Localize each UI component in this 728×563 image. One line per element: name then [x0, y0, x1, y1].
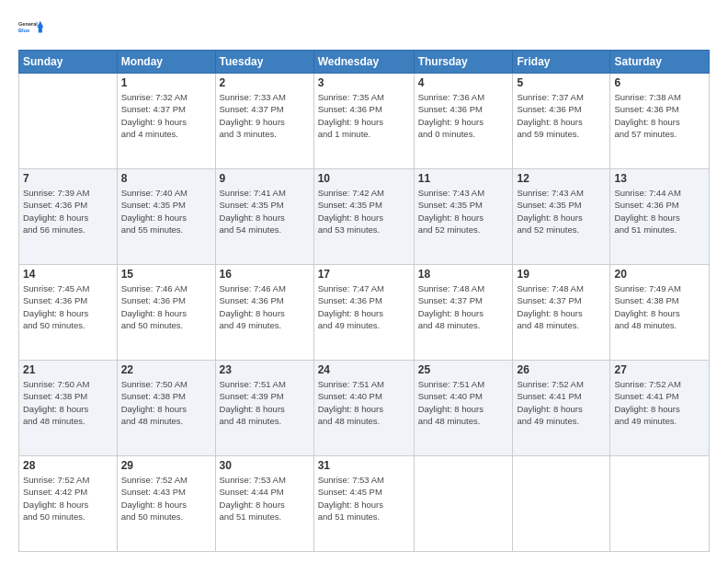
- weekday-header: Sunday: [19, 51, 118, 74]
- calendar-week-row: 28Sunrise: 7:52 AMSunset: 4:42 PMDayligh…: [19, 456, 710, 552]
- calendar-cell: 24Sunrise: 7:51 AMSunset: 4:40 PMDayligh…: [313, 361, 414, 456]
- day-number: 5: [517, 76, 606, 89]
- day-number: 4: [418, 76, 509, 89]
- weekday-header: Monday: [117, 51, 215, 74]
- day-info: Sunrise: 7:52 AMSunset: 4:42 PMDaylight:…: [23, 474, 113, 523]
- calendar-cell: 30Sunrise: 7:53 AMSunset: 4:44 PMDayligh…: [215, 456, 313, 552]
- day-number: 27: [614, 363, 705, 376]
- calendar-week-row: 14Sunrise: 7:45 AMSunset: 4:36 PMDayligh…: [19, 265, 710, 361]
- day-info: Sunrise: 7:32 AMSunset: 4:37 PMDaylight:…: [121, 91, 211, 140]
- calendar-cell: 6Sunrise: 7:38 AMSunset: 4:36 PMDaylight…: [610, 74, 710, 169]
- day-info: Sunrise: 7:37 AMSunset: 4:36 PMDaylight:…: [517, 91, 606, 140]
- calendar-cell: 22Sunrise: 7:50 AMSunset: 4:38 PMDayligh…: [117, 361, 215, 456]
- calendar-cell: [513, 456, 610, 552]
- page: GeneralBlue SundayMondayTuesdayWednesday…: [0, 0, 728, 563]
- svg-text:Blue: Blue: [18, 28, 29, 33]
- day-info: Sunrise: 7:48 AMSunset: 4:37 PMDaylight:…: [418, 282, 509, 331]
- calendar-cell: 11Sunrise: 7:43 AMSunset: 4:35 PMDayligh…: [414, 169, 513, 265]
- day-info: Sunrise: 7:33 AMSunset: 4:37 PMDaylight:…: [220, 91, 310, 140]
- calendar-cell: 7Sunrise: 7:39 AMSunset: 4:36 PMDaylight…: [19, 169, 118, 265]
- calendar-cell: 27Sunrise: 7:52 AMSunset: 4:41 PMDayligh…: [610, 361, 710, 456]
- day-info: Sunrise: 7:49 AMSunset: 4:38 PMDaylight:…: [614, 282, 705, 331]
- calendar-cell: 10Sunrise: 7:42 AMSunset: 4:35 PMDayligh…: [313, 169, 414, 265]
- day-info: Sunrise: 7:47 AMSunset: 4:36 PMDaylight:…: [318, 282, 410, 331]
- calendar-cell: 31Sunrise: 7:53 AMSunset: 4:45 PMDayligh…: [313, 456, 414, 552]
- day-number: 30: [220, 459, 310, 472]
- svg-marker-2: [37, 21, 43, 33]
- day-info: Sunrise: 7:52 AMSunset: 4:43 PMDaylight:…: [121, 474, 211, 523]
- day-info: Sunrise: 7:40 AMSunset: 4:35 PMDaylight:…: [121, 187, 211, 236]
- day-number: 29: [121, 459, 211, 472]
- day-number: 2: [220, 76, 310, 89]
- calendar-cell: 1Sunrise: 7:32 AMSunset: 4:37 PMDaylight…: [117, 74, 215, 169]
- logo: GeneralBlue: [18, 15, 44, 40]
- weekday-header: Friday: [513, 51, 610, 74]
- calendar-cell: 26Sunrise: 7:52 AMSunset: 4:41 PMDayligh…: [513, 361, 610, 456]
- calendar-cell: 14Sunrise: 7:45 AMSunset: 4:36 PMDayligh…: [19, 265, 118, 361]
- svg-text:General: General: [18, 21, 38, 27]
- day-info: Sunrise: 7:51 AMSunset: 4:40 PMDaylight:…: [418, 378, 509, 427]
- calendar-cell: 5Sunrise: 7:37 AMSunset: 4:36 PMDaylight…: [513, 74, 610, 169]
- calendar-cell: 15Sunrise: 7:46 AMSunset: 4:36 PMDayligh…: [117, 265, 215, 361]
- day-info: Sunrise: 7:41 AMSunset: 4:35 PMDaylight:…: [220, 187, 310, 236]
- day-number: 7: [23, 172, 113, 185]
- calendar-week-row: 21Sunrise: 7:50 AMSunset: 4:38 PMDayligh…: [19, 361, 710, 456]
- day-number: 23: [220, 363, 310, 376]
- day-number: 1: [121, 76, 211, 89]
- calendar-cell: 21Sunrise: 7:50 AMSunset: 4:38 PMDayligh…: [19, 361, 118, 456]
- calendar-cell: [414, 456, 513, 552]
- calendar-cell: 12Sunrise: 7:43 AMSunset: 4:35 PMDayligh…: [513, 169, 610, 265]
- logo-icon: GeneralBlue: [18, 15, 44, 40]
- weekday-header: Thursday: [414, 51, 513, 74]
- day-info: Sunrise: 7:53 AMSunset: 4:44 PMDaylight:…: [220, 474, 310, 523]
- day-number: 28: [23, 459, 113, 472]
- day-number: 26: [517, 363, 606, 376]
- day-info: Sunrise: 7:43 AMSunset: 4:35 PMDaylight:…: [418, 187, 509, 236]
- day-info: Sunrise: 7:36 AMSunset: 4:36 PMDaylight:…: [418, 91, 509, 140]
- calendar-cell: 17Sunrise: 7:47 AMSunset: 4:36 PMDayligh…: [313, 265, 414, 361]
- day-info: Sunrise: 7:45 AMSunset: 4:36 PMDaylight:…: [23, 282, 113, 331]
- calendar-cell: 13Sunrise: 7:44 AMSunset: 4:36 PMDayligh…: [610, 169, 710, 265]
- day-number: 20: [614, 268, 705, 281]
- day-info: Sunrise: 7:44 AMSunset: 4:36 PMDaylight:…: [614, 187, 705, 236]
- calendar-cell: 3Sunrise: 7:35 AMSunset: 4:36 PMDaylight…: [313, 74, 414, 169]
- day-number: 21: [23, 363, 113, 376]
- weekday-header: Saturday: [610, 51, 710, 74]
- day-info: Sunrise: 7:52 AMSunset: 4:41 PMDaylight:…: [517, 378, 606, 427]
- day-info: Sunrise: 7:39 AMSunset: 4:36 PMDaylight:…: [23, 187, 113, 236]
- calendar-cell: 8Sunrise: 7:40 AMSunset: 4:35 PMDaylight…: [117, 169, 215, 265]
- day-info: Sunrise: 7:51 AMSunset: 4:39 PMDaylight:…: [220, 378, 310, 427]
- day-number: 8: [121, 172, 211, 185]
- day-number: 31: [318, 459, 410, 472]
- day-number: 13: [614, 172, 705, 185]
- day-number: 18: [418, 268, 509, 281]
- day-info: Sunrise: 7:46 AMSunset: 4:36 PMDaylight:…: [220, 282, 310, 331]
- day-info: Sunrise: 7:43 AMSunset: 4:35 PMDaylight:…: [517, 187, 606, 236]
- day-info: Sunrise: 7:50 AMSunset: 4:38 PMDaylight:…: [121, 378, 211, 427]
- calendar-cell: 29Sunrise: 7:52 AMSunset: 4:43 PMDayligh…: [117, 456, 215, 552]
- day-number: 25: [418, 363, 509, 376]
- calendar-cell: [19, 74, 118, 169]
- calendar-cell: 25Sunrise: 7:51 AMSunset: 4:40 PMDayligh…: [414, 361, 513, 456]
- calendar-cell: 19Sunrise: 7:48 AMSunset: 4:37 PMDayligh…: [513, 265, 610, 361]
- calendar-cell: 2Sunrise: 7:33 AMSunset: 4:37 PMDaylight…: [215, 74, 313, 169]
- calendar-cell: 20Sunrise: 7:49 AMSunset: 4:38 PMDayligh…: [610, 265, 710, 361]
- day-number: 17: [318, 268, 410, 281]
- calendar-cell: 23Sunrise: 7:51 AMSunset: 4:39 PMDayligh…: [215, 361, 313, 456]
- day-number: 6: [614, 76, 705, 89]
- weekday-header-row: SundayMondayTuesdayWednesdayThursdayFrid…: [19, 51, 710, 74]
- day-info: Sunrise: 7:53 AMSunset: 4:45 PMDaylight:…: [318, 474, 410, 523]
- day-number: 19: [517, 268, 606, 281]
- day-info: Sunrise: 7:46 AMSunset: 4:36 PMDaylight:…: [121, 282, 211, 331]
- calendar-week-row: 1Sunrise: 7:32 AMSunset: 4:37 PMDaylight…: [19, 74, 710, 169]
- day-number: 12: [517, 172, 606, 185]
- day-info: Sunrise: 7:42 AMSunset: 4:35 PMDaylight:…: [318, 187, 410, 236]
- weekday-header: Wednesday: [313, 51, 414, 74]
- day-info: Sunrise: 7:48 AMSunset: 4:37 PMDaylight:…: [517, 282, 606, 331]
- day-info: Sunrise: 7:38 AMSunset: 4:36 PMDaylight:…: [614, 91, 705, 140]
- day-number: 16: [220, 268, 310, 281]
- calendar-cell: [610, 456, 710, 552]
- day-number: 3: [318, 76, 410, 89]
- day-number: 24: [318, 363, 410, 376]
- calendar-cell: 4Sunrise: 7:36 AMSunset: 4:36 PMDaylight…: [414, 74, 513, 169]
